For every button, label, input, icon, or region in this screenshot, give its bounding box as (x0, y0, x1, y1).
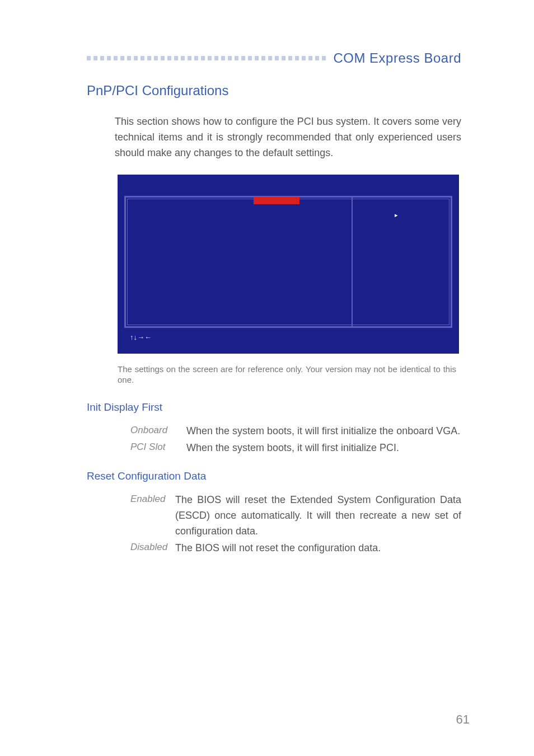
bios-vertical-divider (352, 196, 353, 328)
section-intro: This section shows how to configure the … (115, 114, 461, 161)
section-title: PnP/PCI Configurations (87, 83, 461, 98)
decorative-dots (87, 55, 327, 62)
page-header: COM Express Board (87, 50, 461, 66)
option-row: PCI Slot When the system boots, it will … (130, 440, 461, 456)
option-text: The BIOS will not reset the configuratio… (175, 541, 461, 556)
option-row: Enabled The BIOS will reset the Extended… (130, 492, 461, 539)
option-label: Disabled (130, 541, 175, 556)
board-title: COM Express Board (333, 50, 461, 66)
option-label: Enabled (130, 492, 175, 539)
bios-arrow-icon: ▸ (395, 212, 398, 219)
subsection-title-reset-config: Reset Configuration Data (87, 470, 461, 482)
subsection-title-init-display: Init Display First (87, 401, 461, 414)
bios-nav-keys: ↑↓→← (130, 333, 152, 341)
page-number: 61 (456, 712, 470, 727)
option-row: Disabled The BIOS will not reset the con… (130, 541, 461, 556)
screenshot-caption: The settings on the screen are for refer… (118, 364, 456, 386)
option-text: When the system boots, it will first ini… (186, 440, 461, 456)
option-group-reset-config: Enabled The BIOS will reset the Extended… (87, 492, 461, 556)
option-label: PCI Slot (130, 440, 186, 456)
bios-screenshot: ▸ ↑↓→← (118, 175, 459, 354)
option-text: When the system boots, it will first ini… (186, 424, 461, 439)
option-group-init-display: Onboard When the system boots, it will f… (87, 424, 461, 456)
option-label: Onboard (130, 424, 186, 439)
option-text: The BIOS will reset the Extended System … (175, 492, 461, 539)
bios-inner-frame (124, 196, 452, 328)
bios-highlight-bar (254, 197, 299, 204)
option-row: Onboard When the system boots, it will f… (130, 424, 461, 439)
